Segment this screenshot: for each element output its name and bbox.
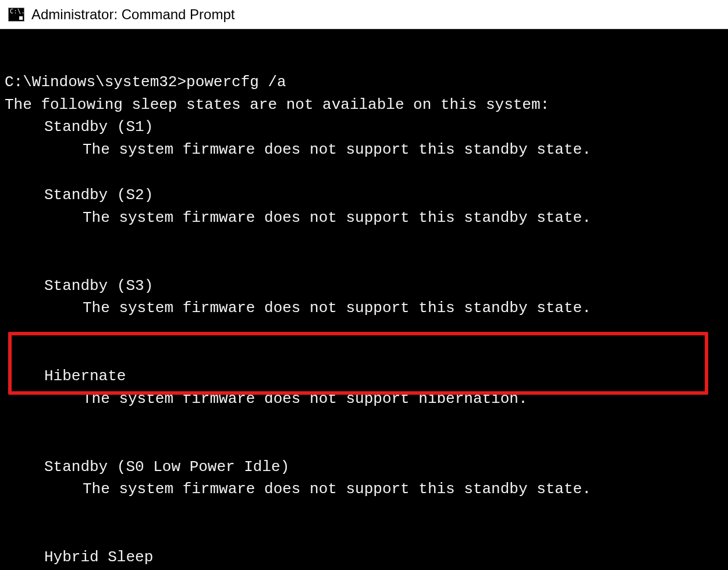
state-block-highlighted: Standby (S0 Low Power Idle) The system f… — [5, 456, 723, 501]
cmd-icon: C:\. — [8, 8, 24, 22]
state-block: Hybrid Sleep Standby (S3) is not availab… — [5, 546, 723, 570]
state-name: Hibernate — [5, 367, 126, 385]
state-detail: The system firmware does not support hib… — [5, 390, 528, 408]
state-detail: The system firmware does not support thi… — [5, 209, 591, 226]
title-bar[interactable]: C:\. Administrator: Command Prompt — [0, 0, 728, 29]
prompt: C:\Windows\system32> — [5, 73, 186, 91]
state-detail: The system firmware does not support thi… — [5, 141, 591, 158]
state-block: Standby (S3) The system firmware does no… — [5, 275, 723, 320]
state-block: Standby (S2) The system firmware does no… — [5, 184, 723, 229]
state-name: Standby (S3) — [5, 277, 153, 295]
state-name: Standby (S2) — [5, 186, 153, 204]
command-prompt-window: C:\. Administrator: Command Prompt C:\Wi… — [0, 0, 728, 570]
terminal-output[interactable]: C:\Windows\system32>powercfg /a The foll… — [0, 29, 728, 570]
state-detail: The system firmware does not support thi… — [5, 299, 591, 317]
command: powercfg /a — [186, 73, 286, 91]
output-header: The following sleep states are not avail… — [5, 96, 549, 114]
state-name: Standby (S0 Low Power Idle) — [5, 458, 289, 476]
state-block: Hibernate The system firmware does not s… — [5, 365, 723, 410]
window-title: Administrator: Command Prompt — [31, 6, 235, 23]
prompt-line: C:\Windows\system32>powercfg /a — [5, 73, 286, 91]
state-detail: The system firmware does not support thi… — [5, 480, 591, 498]
state-name: Standby (S1) — [5, 118, 153, 136]
state-name: Hybrid Sleep — [5, 548, 153, 566]
